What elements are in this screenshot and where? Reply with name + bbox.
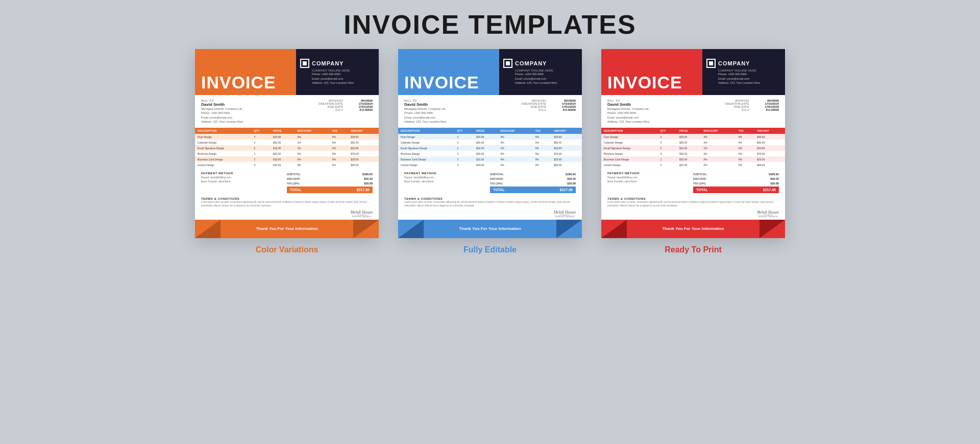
table-row: Business Card Design2$10.000%5%$20.00 xyxy=(398,156,582,162)
feature-color-variations: Color Variations xyxy=(195,245,379,254)
table-row: Email Signature Design2$10.001%5%$20.80 xyxy=(398,145,582,151)
bill-name-blue: David Smith xyxy=(404,102,481,107)
th-tax-orange: TAX xyxy=(330,128,348,134)
header-red: INVOICE COMPANY COMPANY TAGLINE HERE Pho… xyxy=(601,49,785,95)
company-contact-red: Phone: +000 000-0000Email: youre@email.c… xyxy=(718,72,760,85)
footer-blue: Thank You For Your Information xyxy=(398,220,582,238)
header-right-blue: COMPANY COMPANY TAGLINE HERE Phone: +000… xyxy=(499,49,582,95)
total-final-red: TOTAL$317.88 xyxy=(693,186,779,193)
bill-to-blue: BILL TO David Smith Managing Director, C… xyxy=(404,99,481,124)
th-amount-red: AMOUNT xyxy=(754,128,785,134)
payment-orange: PAYMENT METHOD Paypal: david@billing.com… xyxy=(201,172,270,193)
signature-name-blue: Mehdi Hasan xyxy=(554,210,576,215)
th-amount-blue: AMOUNT xyxy=(551,128,582,134)
footer-text-red: Thank You For Your Information xyxy=(662,226,724,231)
payment-label-orange: PAYMENT METHOD xyxy=(201,172,270,175)
signature-section-orange: Mehdi Hasan Authored Signature xyxy=(195,209,379,220)
table-row: Calender Design4$20.002%5%$82.40 xyxy=(601,139,785,145)
table-row: Brochure Design3$25.005%5%$75.00 xyxy=(398,151,582,156)
payment-text-blue: Paypal: david@billing.comBank Transfer: … xyxy=(404,176,473,183)
table-row: Brochure Design3$25.005%5%$75.00 xyxy=(601,151,785,156)
signature-label-red: Authored Signature xyxy=(757,215,779,218)
bill-sub-red: Managing Director, Company Ltd.Phone: +0… xyxy=(607,107,684,124)
terms-text-red: Lorem ipsum dolor sit amet, consectetur … xyxy=(607,201,779,208)
table-row: Email Signature Design2$10.001%5%$20.80 xyxy=(601,145,785,151)
bill-section-orange: BILL TO David Smith Managing Director, C… xyxy=(195,95,379,126)
company-name-orange: COMPANY xyxy=(312,60,344,66)
terms-red: TERMS & CONDITIONS Lorem ipsum dolor sit… xyxy=(601,195,785,209)
bill-sub-orange: Managing Director, Company Ltd.Phone: +0… xyxy=(201,107,278,124)
bottom-red: PAYMENT METHOD Paypal: david@billing.com… xyxy=(601,170,785,195)
bottom-orange: PAYMENT METHOD Paypal: david@billing.com… xyxy=(195,170,379,195)
company-logo-row-red: COMPANY xyxy=(706,59,750,68)
terms-label-orange: TERMS & CONDITIONS xyxy=(201,197,373,200)
header-left-orange: INVOICE xyxy=(195,49,296,95)
bill-section-red: BILL TO David Smith Managing Director, C… xyxy=(601,95,785,126)
company-logo-row-orange: COMPANY xyxy=(300,59,344,68)
th-desc-red: DESCRIPTION xyxy=(601,128,657,134)
bill-sub-blue: Managing Director, Company Ltd.Phone: +0… xyxy=(404,107,481,124)
company-icon-inner-blue xyxy=(506,61,510,65)
invoice-title-red: INVOICE xyxy=(607,74,682,91)
total-final-blue: TOTAL$317.88 xyxy=(490,186,576,193)
bill-name-orange: David Smith xyxy=(201,102,278,107)
payment-text-red: Paypal: david@billing.comBank Transfer: … xyxy=(607,176,676,183)
invoice-meta-blue: INVOICE#INV/0000 CREATION DATE17/10/2024… xyxy=(490,99,576,124)
templates-row: INVOICE COMPANY COMPANY TAGLINE HERE Pho… xyxy=(195,49,785,238)
table-row: Flyer Design2$15.003%5%$30.60 xyxy=(195,134,379,139)
signature-block-red: Mehdi Hasan Authored Signature xyxy=(757,210,779,218)
signature-block-orange: Mehdi Hasan Authored Signature xyxy=(351,210,373,218)
table-row: Invoice Design4$15.000%5%$60.00 xyxy=(398,162,582,168)
table-row: Calender Design4$20.002%5%$82.40 xyxy=(398,139,582,145)
footer-tri-left-red xyxy=(601,220,627,238)
template-red: INVOICE COMPANY COMPANY TAGLINE HERE Pho… xyxy=(601,49,785,238)
signature-name-orange: Mehdi Hasan xyxy=(351,210,373,215)
th-disc-red: DISCOUNT xyxy=(701,128,736,134)
page-title: INVOICE TEMPLATES xyxy=(344,9,636,40)
footer-orange: Thank You For Your Information xyxy=(195,220,379,238)
terms-label-blue: TERMS & CONDITIONS xyxy=(404,197,576,200)
footer-text-orange: Thank You For Your Information xyxy=(256,226,317,231)
footer-tri-right-blue xyxy=(556,220,582,238)
feature-ready-to-print: Ready To Print xyxy=(601,245,785,254)
table-row: Flyer Design2$15.003%5%$30.60 xyxy=(398,134,582,139)
feature-fully-editable: Fully Editable xyxy=(398,245,582,254)
invoice-title-orange: INVOICE xyxy=(201,74,276,91)
payment-label-blue: PAYMENT METHOD xyxy=(404,172,473,175)
signature-label-orange: Authored Signature xyxy=(351,215,373,218)
bill-name-red: David Smith xyxy=(607,102,684,107)
bottom-blue: PAYMENT METHOD Paypal: david@billing.com… xyxy=(398,170,582,195)
table-row: Invoice Design4$15.000%5%$60.00 xyxy=(195,162,379,168)
th-price-orange: PRICE xyxy=(271,128,295,134)
th-tax-red: TAX xyxy=(736,128,754,134)
footer-tri-left-orange xyxy=(195,220,220,238)
company-name-blue: COMPANY xyxy=(515,60,547,66)
template-orange: INVOICE COMPANY COMPANY TAGLINE HERE Pho… xyxy=(195,49,379,238)
th-qty-blue: QTY xyxy=(454,128,474,134)
invoice-meta-orange: INVOICE#INV/0000 CREATION DATE17/10/2024… xyxy=(287,99,373,124)
total-final-orange: TOTAL$317.88 xyxy=(287,186,373,193)
header-left-blue: INVOICE xyxy=(398,49,499,95)
company-logo-row-blue: COMPANY xyxy=(503,59,547,68)
payment-blue: PAYMENT METHOD Paypal: david@billing.com… xyxy=(404,172,473,193)
th-price-red: PRICE xyxy=(677,128,701,134)
company-icon-red xyxy=(706,59,716,68)
signature-name-red: Mehdi Hasan xyxy=(757,210,779,215)
signature-label-blue: Authored Signature xyxy=(554,215,576,218)
table-row: Invoice Design4$15.000%5%$60.00 xyxy=(601,162,785,168)
footer-tri-left-blue xyxy=(398,220,424,238)
footer-tri-right-orange xyxy=(353,220,379,238)
company-contact-orange: Phone: +000 000-0000Email: youre@email.c… xyxy=(312,72,354,85)
th-disc-orange: DISCOUNT xyxy=(295,128,329,134)
terms-blue: TERMS & CONDITIONS Lorem ipsum dolor sit… xyxy=(398,195,582,209)
table-red: DESCRIPTION QTY PRICE DISCOUNT TAX AMOUN… xyxy=(601,128,785,168)
terms-text-blue: Lorem ipsum dolor sit amet, consectetur … xyxy=(404,201,576,208)
th-price-blue: PRICE xyxy=(474,128,498,134)
payment-red: PAYMENT METHOD Paypal: david@billing.com… xyxy=(607,172,676,193)
signature-block-blue: Mehdi Hasan Authored Signature xyxy=(554,210,576,218)
header-right-red: COMPANY COMPANY TAGLINE HERE Phone: +000… xyxy=(702,49,785,95)
footer-red: Thank You For Your Information xyxy=(601,220,785,238)
company-name-red: COMPANY xyxy=(718,60,750,66)
th-disc-blue: DISCOUNT xyxy=(498,128,532,134)
company-contact-blue: Phone: +000 000-0000Email: youre@email.c… xyxy=(515,72,557,85)
